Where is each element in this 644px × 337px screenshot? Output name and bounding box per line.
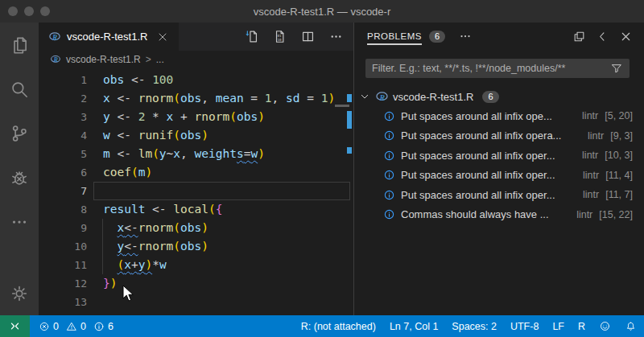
activity-item-source-control[interactable]	[0, 111, 39, 155]
status-r-session[interactable]: R: (not attached)	[301, 321, 376, 332]
code-line: 8result <- local({	[39, 200, 353, 219]
minimize-window-button[interactable]	[24, 6, 34, 16]
tab-vscode-R-test1[interactable]: R vscode-R-test1.R	[39, 23, 179, 51]
status-language-mode[interactable]: R	[578, 321, 585, 332]
problem-item[interactable]: Put spaces around all infix oper...lintr…	[354, 166, 644, 186]
close-tab-icon[interactable]	[156, 31, 169, 43]
problem-item[interactable]: Put spaces around all infix oper...lintr…	[354, 146, 644, 166]
status-errors-count: 0	[53, 321, 59, 332]
error-icon	[39, 321, 50, 332]
tab-label: vscode-R-test1.R	[67, 31, 147, 43]
activity-bar	[0, 23, 39, 315]
code-line-text[interactable]: y<-rnorm(obs)	[87, 237, 353, 256]
code-line-text[interactable]: x<-rnorm(obs)	[87, 219, 353, 237]
binary-file-icon[interactable]: 0110	[272, 29, 287, 44]
more-actions-icon[interactable]	[328, 29, 344, 44]
status-indentation[interactable]: Spaces: 2	[452, 321, 497, 332]
problems-filter-input[interactable]	[372, 63, 610, 74]
code-line: 3y <- 2 * x + rnorm(obs)	[39, 108, 353, 126]
breadcrumb-file[interactable]: vscode-R-test1.R	[66, 54, 141, 65]
problem-message: Put spaces around all infix opera...	[401, 129, 561, 142]
line-number: 6	[39, 163, 87, 182]
code-line-text[interactable]: y <- 2 * x + rnorm(obs)	[87, 108, 353, 126]
collapse-left-icon[interactable]	[596, 30, 609, 43]
close-icon[interactable]	[619, 30, 633, 43]
status-encoding[interactable]: UTF-8	[510, 321, 539, 332]
status-bar: 006 R: (not attached)Ln 7, Col 1Spaces: …	[0, 315, 644, 337]
code-line-text[interactable]: m <- lm(y~x, weights=w)	[87, 145, 353, 163]
problems-list: Put spaces around all infix ope...lintr[…	[354, 106, 644, 224]
r-logo-icon: R	[375, 90, 389, 104]
code-line-text[interactable]: })	[87, 274, 353, 293]
bell-icon[interactable]	[625, 320, 637, 332]
chevron-down-icon[interactable]	[358, 90, 371, 103]
problem-source: lintr	[582, 150, 598, 161]
overview-info-mark	[347, 94, 352, 102]
problem-item[interactable]: Put spaces around all infix opera...lint…	[354, 126, 644, 146]
code-line: 10 y<-rnorm(obs)	[39, 237, 353, 256]
activity-item-debug[interactable]	[0, 155, 39, 199]
problem-position: [11, 4]	[605, 170, 633, 181]
code-line: 6coef(m)	[39, 163, 353, 182]
files-icon	[9, 35, 30, 55]
problems-summary[interactable]: 006	[39, 321, 118, 332]
line-number: 10	[39, 237, 87, 256]
problems-filter	[365, 59, 630, 78]
code-line-text[interactable]	[87, 293, 353, 311]
code-line: 12})	[39, 274, 353, 293]
problem-position: [10, 3]	[605, 150, 633, 161]
problems-file-row[interactable]: R vscode-R-test1.R 6	[354, 87, 644, 106]
status-eol[interactable]: LF	[552, 321, 564, 332]
restore-panel-icon[interactable]	[572, 30, 586, 43]
problem-item[interactable]: Commas should always have ...lintr[15, 2…	[354, 205, 644, 225]
breadcrumb[interactable]: R vscode-R-test1.R > ...	[39, 51, 353, 68]
info-icon	[93, 321, 105, 332]
problem-item[interactable]: Put spaces around all infix ope...lintr[…	[354, 106, 644, 126]
activity-item-files[interactable]	[0, 23, 39, 67]
status-infos-count: 6	[108, 321, 114, 332]
code-line: 1obs <- 100	[39, 71, 353, 89]
problem-meta: lintr[11, 7]	[583, 189, 633, 200]
code-line-text[interactable]: w <- runif(obs)	[87, 126, 353, 145]
problem-message: Commas should always have ...	[401, 208, 549, 220]
code-line: 9 x<-rnorm(obs)	[39, 219, 353, 237]
activity-item-more[interactable]	[0, 199, 39, 244]
code-line-text[interactable]: result <- local({	[87, 200, 353, 219]
code-line-text[interactable]	[87, 182, 353, 200]
remote-indicator[interactable]	[0, 315, 30, 337]
more-views-icon[interactable]	[458, 29, 473, 43]
problem-message: Put spaces around all infix oper...	[401, 169, 555, 181]
tab-problems[interactable]: PROBLEMS 6	[367, 28, 445, 45]
problems-tree: R vscode-R-test1.R 6 Put spaces around a…	[354, 87, 644, 224]
overview-info-mark	[347, 147, 352, 154]
panel-actions	[572, 30, 633, 43]
problems-count-badge: 6	[429, 31, 445, 43]
code-line-text[interactable]: (x+y)*w	[87, 256, 353, 274]
status-cursor-position[interactable]: Ln 7, Col 1	[390, 321, 438, 332]
code-line-text[interactable]: coef(m)	[87, 163, 353, 182]
problem-source: lintr	[583, 189, 599, 200]
filter-icon[interactable]	[610, 62, 623, 75]
svg-text:10: 10	[277, 38, 282, 42]
code-line-text[interactable]: x <- rnorm(obs, mean = 1, sd = 1)	[87, 89, 353, 108]
smiley-icon[interactable]	[599, 320, 611, 332]
split-editor-icon[interactable]	[300, 29, 316, 44]
activity-item-settings-gear[interactable]	[0, 271, 39, 315]
source-control-icon	[9, 123, 30, 144]
code-line-text[interactable]: obs <- 100	[87, 71, 353, 89]
window-controls	[8, 0, 50, 23]
zoom-window-button[interactable]	[40, 6, 50, 16]
line-number: 7	[39, 182, 87, 200]
run-source-icon[interactable]	[244, 29, 259, 44]
problem-source: lintr	[583, 170, 599, 181]
breadcrumb-symbol[interactable]: ...	[156, 54, 164, 65]
line-number: 5	[39, 145, 87, 163]
code-editor[interactable]: 1obs <- 1002x <- rnorm(obs, mean = 1, sd…	[39, 68, 353, 315]
problems-file-label: vscode-R-test1.R	[393, 91, 473, 103]
problem-meta: lintr[9, 3]	[588, 130, 633, 142]
code-line: 2x <- rnorm(obs, mean = 1, sd = 1)	[39, 89, 353, 108]
close-window-button[interactable]	[8, 6, 18, 16]
activity-item-search[interactable]	[0, 67, 39, 111]
code-line: 5m <- lm(y~x, weights=w)	[39, 145, 353, 163]
problem-item[interactable]: Put spaces around all infix oper...lintr…	[354, 185, 644, 205]
